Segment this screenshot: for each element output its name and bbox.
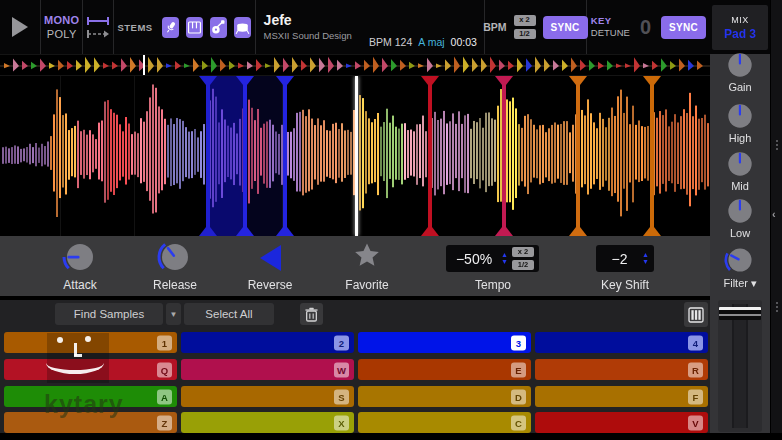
key-sync-button[interactable]: SYNC — [661, 16, 706, 39]
stems-section: STEMS — [114, 0, 256, 54]
pad-key-badge: Z — [157, 415, 172, 430]
track-info-section: Jefe MSXII Sound Design BPM 124 A maj 00… — [256, 0, 485, 54]
release-knob[interactable] — [157, 239, 193, 275]
track-overview-strip[interactable] — [0, 54, 710, 76]
bpm-double-button[interactable]: x 2 — [514, 15, 536, 25]
pad-key-badge: 4 — [688, 335, 703, 350]
stem-bass-button[interactable] — [210, 17, 227, 38]
pad-key-badge: D — [511, 389, 526, 404]
bpm-sync-button[interactable]: SYNC — [543, 16, 588, 39]
key-readout: A maj — [418, 36, 444, 48]
trim-range-icon[interactable] — [85, 16, 111, 26]
gain-knob[interactable]: Gain — [710, 50, 770, 93]
drums-icon — [234, 19, 251, 36]
tempo-double-button[interactable]: x 2 — [512, 247, 534, 257]
reverse-button[interactable] — [260, 245, 281, 271]
overview-playhead — [143, 55, 145, 75]
track-title: Jefe — [264, 12, 352, 30]
bpm-section: BPM x 2 1/2 SYNC — [485, 0, 587, 54]
select-all-button[interactable]: Select All — [184, 303, 274, 325]
attack-label: Attack — [35, 278, 125, 292]
release-label: Release — [130, 278, 220, 292]
find-samples-dropdown-button[interactable]: ▼ — [166, 303, 181, 325]
tempo-value-box[interactable]: −50% ▲▼ x 2 1/2 — [446, 245, 539, 272]
time-readout: 00:03 — [451, 36, 477, 48]
volume-fader[interactable] — [718, 300, 762, 432]
pad-1[interactable]: 1 — [4, 332, 177, 353]
pad-e[interactable]: E — [358, 359, 531, 380]
gain-label: Gain — [728, 81, 751, 93]
poly-option[interactable]: POLY — [47, 28, 77, 40]
pad-2[interactable]: 2 — [181, 332, 354, 353]
mix-pad-label: Pad 3 — [724, 27, 756, 41]
stem-melody-button[interactable] — [186, 17, 203, 38]
pad-q[interactable]: Q — [4, 359, 177, 380]
piano-icon — [688, 307, 704, 323]
key-label: KEY — [591, 16, 630, 26]
overview-waveform[interactable] — [0, 55, 710, 75]
mono-poly-toggle[interactable]: MONO POLY — [41, 0, 82, 54]
star-icon — [352, 241, 382, 270]
key-shift-stepper[interactable]: ▲▼ — [642, 252, 649, 265]
fader-slot — [732, 304, 748, 428]
play-through-icon[interactable] — [85, 29, 111, 39]
drag-handle-bottom[interactable] — [776, 302, 778, 312]
delete-button[interactable] — [300, 303, 323, 325]
key-shift-label: Key Shift — [580, 278, 670, 292]
pad-c[interactable]: C — [358, 412, 531, 433]
pad-3-active[interactable]: 3 — [358, 332, 531, 353]
fader-handle[interactable] — [719, 307, 761, 320]
mono-option[interactable]: MONO — [44, 14, 79, 26]
mid-knob[interactable]: Mid — [710, 149, 770, 192]
tempo-half-button[interactable]: 1/2 — [512, 260, 534, 270]
favorite-label: Favorite — [322, 278, 412, 292]
high-knob[interactable]: High — [710, 101, 770, 144]
drag-handle-top[interactable] — [776, 140, 778, 150]
pad-d[interactable]: D — [358, 386, 531, 407]
stem-vocals-button[interactable] — [162, 17, 179, 38]
attack-knob[interactable] — [62, 239, 98, 275]
play-button[interactable] — [0, 0, 41, 54]
key-shift-value-box[interactable]: −2 ▲▼ — [596, 245, 654, 272]
pad-key-badge: Q — [157, 362, 172, 377]
bpm-readout: BPM 124 — [369, 36, 412, 48]
mix-header: MIX Pad 3 — [712, 5, 768, 50]
pad-z[interactable]: Z — [4, 412, 177, 433]
pad-f[interactable]: F — [535, 386, 708, 407]
pad-4[interactable]: 4 — [535, 332, 708, 353]
mic-icon — [162, 19, 179, 36]
bpm-label: BPM — [483, 21, 506, 33]
pad-key-badge: W — [334, 362, 349, 377]
mid-label: Mid — [731, 180, 749, 192]
bpm-half-button[interactable]: 1/2 — [514, 29, 536, 39]
low-knob[interactable]: Low — [710, 196, 770, 239]
keyboard-mode-button[interactable] — [684, 302, 708, 327]
mix-label: MIX — [731, 15, 749, 25]
pad-r[interactable]: R — [535, 359, 708, 380]
play-icon — [12, 17, 28, 37]
bottom-bar — [0, 433, 782, 440]
find-samples-button[interactable]: Find Samples — [55, 303, 163, 325]
favorite-button[interactable] — [352, 241, 382, 274]
stem-drums-button[interactable] — [234, 17, 251, 38]
collapse-panel-chevron[interactable]: ‹ — [772, 208, 776, 220]
pad-v[interactable]: V — [535, 412, 708, 433]
pad-key-badge: A — [157, 389, 172, 404]
top-bar: MONO POLY STEMS — [0, 0, 710, 54]
filter-knob[interactable]: Filter ▾ — [710, 244, 770, 290]
filter-label[interactable]: Filter ▾ — [723, 277, 756, 290]
main-waveform-display[interactable] — [0, 76, 710, 236]
pad-s[interactable]: S — [181, 386, 354, 407]
pad-key-badge: 3 — [511, 335, 526, 350]
pad-a[interactable]: A — [4, 386, 177, 407]
playback-mode-toggle[interactable] — [83, 0, 114, 54]
high-label: High — [729, 132, 752, 144]
detune-value: 0 — [640, 16, 651, 39]
pad-w[interactable]: W — [181, 359, 354, 380]
key-section: KEY DETUNE 0 SYNC — [587, 0, 710, 54]
pad-x[interactable]: X — [181, 412, 354, 433]
track-readout: BPM 124 A maj 00:03 — [369, 36, 477, 48]
tempo-stepper[interactable]: ▲▼ — [501, 252, 508, 265]
key-shift-value: −2 — [601, 251, 638, 267]
pad-key-badge: S — [334, 389, 349, 404]
